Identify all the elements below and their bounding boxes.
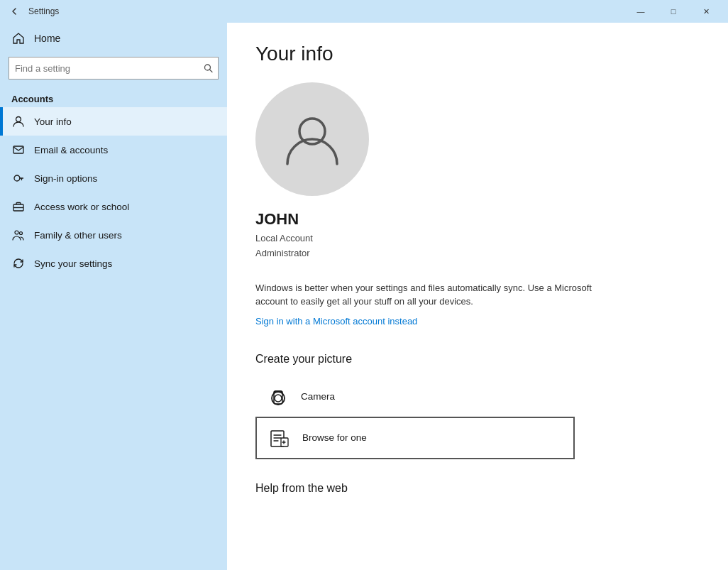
sidebar-item-family[interactable]: Family & other users [0, 221, 227, 249]
user-name: JOHN [255, 210, 700, 229]
sidebar-item-label: Family & other users [34, 230, 122, 241]
svg-point-8 [20, 232, 23, 235]
sidebar-item-work-school[interactable]: Access work or school [0, 192, 227, 221]
browse-label: Browse for one [302, 432, 367, 443]
svg-line-1 [210, 70, 213, 72]
browse-option[interactable]: Browse for one [255, 417, 575, 459]
family-icon [11, 228, 26, 242]
svg-rect-3 [13, 146, 23, 153]
main-content: Your info JOHN Local Account Administrat… [227, 23, 728, 570]
sidebar-item-sign-in[interactable]: Sign-in options [0, 164, 227, 192]
maximize-button[interactable]: □ [657, 0, 690, 23]
home-icon [11, 31, 26, 45]
ms-signin-link[interactable]: Sign in with a Microsoft account instead [255, 316, 417, 327]
sidebar-item-your-info[interactable]: Your info [0, 107, 227, 136]
window-title: Settings [28, 6, 59, 16]
user-account-type-line1: Local Account [255, 231, 700, 246]
camera-option[interactable]: Camera [255, 377, 575, 417]
sidebar-item-label: Access work or school [34, 202, 129, 212]
email-icon [11, 143, 26, 157]
sidebar-item-sync[interactable]: Sync your settings [0, 249, 227, 278]
camera-icon [265, 384, 291, 410]
person-icon [11, 114, 26, 128]
briefcase-icon [11, 199, 26, 214]
sidebar-item-label: Sign-in options [34, 173, 97, 184]
sync-message: Windows is better when your settings and… [255, 281, 610, 309]
sidebar-section-title: Accounts [0, 88, 227, 107]
browse-icon [267, 425, 292, 451]
home-label: Home [34, 33, 60, 44]
create-picture-title: Create your picture [255, 353, 700, 366]
close-button[interactable]: ✕ [690, 0, 722, 23]
title-bar: Settings — □ ✕ [0, 0, 728, 23]
app-body: Home Accounts Your info [0, 23, 728, 570]
camera-label: Camera [301, 391, 335, 402]
sidebar-search-container [9, 57, 219, 80]
window-controls: — □ ✕ [624, 0, 722, 23]
back-button[interactable] [6, 3, 23, 20]
key-icon [11, 171, 26, 185]
sidebar-home[interactable]: Home [0, 23, 227, 54]
sidebar-item-email-accounts[interactable]: Email & accounts [0, 136, 227, 164]
search-input[interactable] [9, 57, 219, 80]
minimize-button[interactable]: — [624, 0, 657, 23]
svg-point-4 [14, 175, 20, 181]
user-account-type-line2: Administrator [255, 246, 700, 261]
svg-point-11 [275, 395, 282, 402]
sidebar-item-label: Email & accounts [34, 145, 108, 155]
avatar [255, 82, 369, 196]
svg-point-2 [16, 117, 21, 122]
page-title: Your info [255, 43, 700, 65]
search-icon [204, 64, 213, 73]
sidebar: Home Accounts Your info [0, 23, 227, 570]
sidebar-item-label: Sync your settings [34, 258, 112, 269]
svg-point-7 [15, 231, 18, 234]
help-section-title: Help from the web [255, 482, 700, 495]
sidebar-item-label: Your info [34, 116, 72, 127]
sync-icon [11, 256, 26, 270]
